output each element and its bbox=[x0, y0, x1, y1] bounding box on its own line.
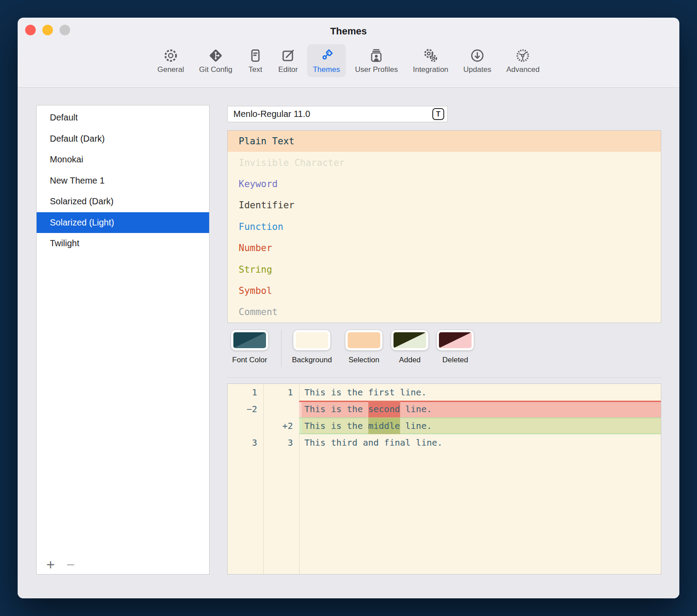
theme-list-item-solarized-light[interactable]: Solarized (Light) bbox=[37, 212, 209, 233]
swatch-color bbox=[348, 332, 380, 348]
theme-list-item-monokai[interactable]: Monokai bbox=[37, 149, 209, 170]
swatch-color bbox=[439, 332, 472, 348]
theme-list-item-default[interactable]: Default bbox=[37, 107, 209, 128]
diff-line-text: This third and final line. bbox=[299, 434, 661, 451]
toolbar-item-label: Themes bbox=[313, 65, 340, 74]
token-label: Keyword bbox=[239, 179, 278, 189]
swatch-color bbox=[233, 332, 266, 348]
remove-theme-button[interactable]: − bbox=[66, 558, 75, 571]
diff-changed-word: middle bbox=[368, 417, 400, 434]
toolbar-item-advanced[interactable]: Advanced bbox=[501, 44, 546, 77]
toolbar-item-label: Text bbox=[248, 65, 262, 74]
theme-list-item-new-theme-1[interactable]: New Theme 1 bbox=[37, 170, 209, 192]
swatch-well[interactable] bbox=[345, 330, 382, 350]
diff-row-context: 11This is the first line. bbox=[228, 384, 661, 401]
diff-changed-word: second bbox=[368, 401, 400, 417]
diff-old-line-number bbox=[228, 417, 263, 434]
diff-text-segment: This is the bbox=[304, 404, 368, 414]
theme-list-item-solarized-dark[interactable]: Solarized (Dark) bbox=[37, 191, 209, 212]
swatch-color bbox=[296, 332, 328, 348]
token-preview-row-function[interactable]: Function bbox=[228, 216, 661, 237]
toolbar-item-updates[interactable]: Updates bbox=[457, 44, 497, 77]
theme-name-label: New Theme 1 bbox=[50, 176, 105, 186]
title-bar: Themes bbox=[18, 18, 679, 44]
diff-row-deleted: −2This is the second line. bbox=[228, 401, 661, 417]
token-label: Function bbox=[239, 222, 283, 232]
font-picker-icon[interactable]: T bbox=[432, 108, 444, 120]
token-preview-row-plain-text[interactable]: Plain Text bbox=[228, 131, 661, 152]
swatch-well[interactable] bbox=[391, 330, 428, 350]
toolbar-item-label: Updates bbox=[463, 65, 491, 74]
swatch-label: Deleted bbox=[442, 356, 468, 364]
theme-list-item-default-dark[interactable]: Default (Dark) bbox=[37, 128, 209, 150]
toolbar-item-themes[interactable]: Themes bbox=[307, 44, 345, 77]
preferences-toolbar: GeneralGit ConfigTextEditorThemesUser Pr… bbox=[18, 44, 679, 77]
zoom-window-button[interactable] bbox=[60, 25, 70, 35]
token-preview-row-symbol[interactable]: Symbol bbox=[228, 280, 661, 301]
theme-name-label: Default (Dark) bbox=[50, 134, 105, 144]
toolbar-item-label: Git Config bbox=[199, 65, 232, 74]
add-theme-button[interactable]: + bbox=[46, 558, 55, 571]
token-label: String bbox=[239, 264, 272, 275]
diff-line-text: This is the middle line. bbox=[299, 417, 661, 434]
integration-gears-icon bbox=[423, 48, 438, 64]
diff-text-segment: This is the first line. bbox=[304, 387, 427, 398]
theme-color-preview: Plain TextInvisible CharacterKeywordIden… bbox=[227, 130, 661, 323]
token-label: Plain Text bbox=[239, 136, 294, 146]
toolbar-item-label: Integration bbox=[413, 65, 448, 74]
minimize-window-button[interactable] bbox=[42, 25, 53, 35]
toolbar-item-label: Advanced bbox=[506, 65, 540, 74]
token-preview-row-number[interactable]: Number bbox=[228, 237, 661, 259]
desktop-background: Themes GeneralGit ConfigTextEditorThemes… bbox=[0, 0, 697, 616]
swatch-well[interactable] bbox=[437, 330, 474, 350]
preferences-window: Themes GeneralGit ConfigTextEditorThemes… bbox=[18, 18, 679, 598]
diff-line-text: This is the second line. bbox=[299, 401, 661, 417]
swatch-well[interactable] bbox=[293, 330, 330, 350]
toolbar-item-editor[interactable]: Editor bbox=[273, 44, 304, 77]
diff-new-line-number bbox=[263, 401, 299, 417]
diff-text-segment: line. bbox=[400, 421, 432, 431]
toolbar-item-label: Editor bbox=[278, 65, 298, 74]
token-preview-row-string[interactable]: String bbox=[228, 259, 661, 280]
font-field[interactable]: Menlo-Regular 11.0 T bbox=[227, 106, 448, 122]
token-label: Number bbox=[239, 243, 272, 253]
traffic-lights bbox=[25, 25, 70, 35]
token-preview-row-invisible-character[interactable]: Invisible Character bbox=[228, 152, 661, 173]
swatch-deleted[interactable]: Deleted bbox=[427, 330, 484, 364]
diff-row-added: +2This is the middle line. bbox=[228, 417, 661, 434]
diff-old-line-number: −2 bbox=[228, 401, 263, 417]
theme-list-item-twilight[interactable]: Twilight bbox=[37, 233, 209, 254]
toolbar-item-integration[interactable]: Integration bbox=[407, 44, 454, 77]
diff-preview: 11This is the first line.−2This is the s… bbox=[227, 383, 661, 575]
toolbar-item-text[interactable]: Text bbox=[242, 44, 269, 77]
token-label: Identifier bbox=[239, 200, 294, 210]
git-config-icon bbox=[208, 48, 224, 64]
diff-row-context: 33This third and final line. bbox=[228, 434, 661, 451]
token-label: Invisible Character bbox=[239, 158, 345, 168]
theme-name-label: Twilight bbox=[50, 238, 79, 248]
paint-brush-icon bbox=[319, 48, 334, 64]
close-window-button[interactable] bbox=[25, 25, 36, 35]
swatch-label: Added bbox=[399, 356, 420, 364]
swatch-color bbox=[393, 332, 426, 348]
token-label: Comment bbox=[239, 307, 278, 317]
toolbar-item-label: General bbox=[157, 65, 184, 74]
editor-pencil-icon bbox=[280, 48, 296, 64]
diff-new-line-number: 3 bbox=[263, 434, 299, 451]
swatch-divider bbox=[281, 330, 281, 367]
swatch-font-color[interactable]: Font Color bbox=[221, 330, 278, 364]
toolbar-item-user-profiles[interactable]: User Profiles bbox=[349, 44, 404, 77]
toolbar-item-general[interactable]: General bbox=[152, 44, 190, 77]
token-preview-row-comment[interactable]: Comment bbox=[228, 301, 661, 323]
swatch-well[interactable] bbox=[231, 330, 268, 350]
updates-icon bbox=[469, 48, 485, 64]
theme-name-label: Solarized (Light) bbox=[50, 218, 114, 228]
user-profiles-icon bbox=[368, 48, 384, 64]
diff-old-line-number: 1 bbox=[228, 384, 263, 401]
swatch-background[interactable]: Background bbox=[283, 330, 341, 364]
diff-line-text: This is the first line. bbox=[299, 384, 661, 401]
token-preview-row-identifier[interactable]: Identifier bbox=[228, 195, 661, 216]
token-preview-row-keyword[interactable]: Keyword bbox=[228, 173, 661, 195]
toolbar-item-git-config[interactable]: Git Config bbox=[193, 44, 238, 77]
theme-name-label: Solarized (Dark) bbox=[50, 196, 113, 207]
